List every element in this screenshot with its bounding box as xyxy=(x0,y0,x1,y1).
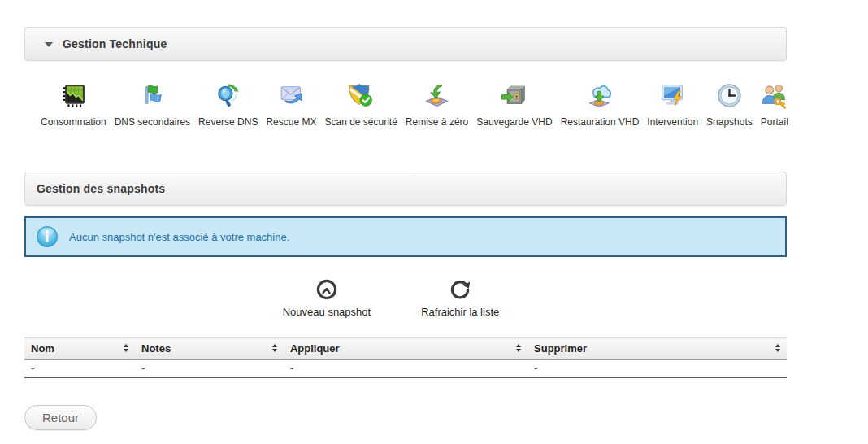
column-label: Supprimer xyxy=(534,342,587,355)
tool-sauvegarde-vhd[interactable]: Sauvegarde VHD xyxy=(476,82,552,128)
back-button[interactable]: Retour xyxy=(24,405,97,430)
tool-label: Consommation xyxy=(41,116,106,128)
reset-icon xyxy=(423,82,450,109)
new-snapshot-clock-icon xyxy=(315,277,339,302)
tool-scan-securite[interactable]: Scan de sécurité xyxy=(324,82,397,128)
tool-label: Portail xyxy=(761,116,788,128)
snapshot-table: Nom Notes Appliquer xyxy=(24,337,787,378)
gestion-technique-header[interactable]: Gestion Technique xyxy=(24,27,787,61)
caret-down-icon xyxy=(45,42,53,47)
tool-label: Intervention xyxy=(647,116,698,128)
tool-reverse-dns[interactable]: Reverse DNS xyxy=(198,82,258,128)
tool-label: DNS secondaires xyxy=(115,116,190,128)
snapshots-clock-icon xyxy=(716,82,743,109)
refresh-list-button[interactable]: Rafraichir la liste xyxy=(421,277,499,318)
column-header-supprimer[interactable]: Supprimer xyxy=(527,338,787,359)
column-label: Nom xyxy=(31,342,54,355)
tool-label: Scan de sécurité xyxy=(324,116,397,128)
tool-label: Restauration VHD xyxy=(561,116,640,128)
info-icon xyxy=(36,225,59,248)
tool-intervention[interactable]: Intervention xyxy=(647,82,698,128)
sort-icon[interactable] xyxy=(775,344,780,352)
column-label: Notes xyxy=(141,342,171,355)
tool-portail[interactable]: Portail xyxy=(761,82,788,128)
cell-nom: - xyxy=(24,359,135,377)
column-header-appliquer[interactable]: Appliquer xyxy=(284,338,527,359)
snapshots-section-header: Gestion des snapshots xyxy=(24,172,787,206)
refresh-icon xyxy=(448,277,472,302)
tool-label: Snapshots xyxy=(706,116,753,128)
cell-appliquer: - xyxy=(284,359,527,377)
no-snapshot-alert: Aucun snapshot n'est associé à votre mac… xyxy=(24,216,787,257)
column-label: Appliquer xyxy=(290,342,340,355)
snapshot-table-wrap: Nom Notes Appliquer xyxy=(24,337,787,378)
gestion-technique-title: Gestion Technique xyxy=(63,37,167,50)
rescue-mx-icon xyxy=(278,82,305,109)
portal-users-icon xyxy=(761,82,788,109)
tool-label: Remise à zéro xyxy=(406,116,468,128)
sort-icon[interactable] xyxy=(272,344,277,352)
intervention-icon xyxy=(659,82,686,109)
table-header-row: Nom Notes Appliquer xyxy=(24,338,787,359)
tool-rescue-mx[interactable]: Rescue MX xyxy=(266,82,316,128)
tool-restauration-vhd[interactable]: Restauration VHD xyxy=(561,82,640,128)
consumption-chart-icon xyxy=(60,82,87,109)
tool-dns-secondaires[interactable]: DNS secondaires xyxy=(115,82,190,128)
refresh-list-label: Rafraichir la liste xyxy=(421,306,499,318)
tool-label: Reverse DNS xyxy=(198,116,258,128)
security-scan-icon xyxy=(348,82,375,109)
column-header-nom[interactable]: Nom xyxy=(24,338,135,359)
tool-snapshots[interactable]: Snapshots xyxy=(706,82,753,128)
table-row: - - - - xyxy=(24,359,787,377)
tool-consommation[interactable]: Consommation xyxy=(41,82,106,128)
tool-label: Rescue MX xyxy=(266,116,316,128)
alert-message: Aucun snapshot n'est associé à votre mac… xyxy=(69,231,289,243)
tool-remise-a-zero[interactable]: Remise à zéro xyxy=(406,82,468,128)
sort-icon[interactable] xyxy=(516,344,521,352)
new-snapshot-button[interactable]: Nouveau snapshot xyxy=(283,277,371,318)
tool-icons-row: Consommation DNS secondaires xyxy=(24,61,787,128)
new-snapshot-label: Nouveau snapshot xyxy=(283,306,371,318)
vhd-restore-icon xyxy=(586,82,613,109)
snapshots-section-title: Gestion des snapshots xyxy=(37,182,165,195)
snapshot-actions: Nouveau snapshot Rafraichir la liste xyxy=(10,277,772,318)
vhd-backup-icon xyxy=(501,82,527,109)
cell-notes: - xyxy=(135,359,284,377)
main-content: Gestion Technique xyxy=(24,0,787,430)
tool-label: Sauvegarde VHD xyxy=(476,116,552,128)
dns-flags-icon xyxy=(139,82,166,109)
sort-icon[interactable] xyxy=(124,344,128,352)
snapshots-section: Gestion des snapshots xyxy=(24,172,787,378)
column-header-notes[interactable]: Notes xyxy=(135,338,284,359)
reverse-dns-icon xyxy=(215,82,241,109)
cell-supprimer: - xyxy=(527,359,787,377)
